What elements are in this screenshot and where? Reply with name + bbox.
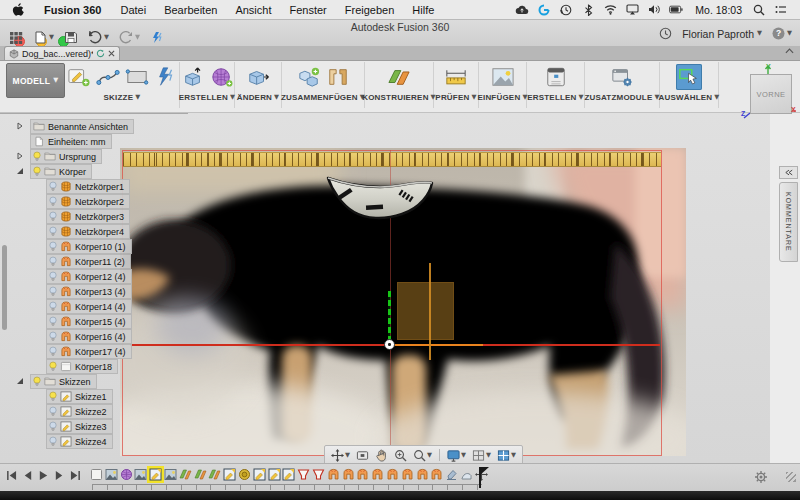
- tree-row-benannte-ansichten[interactable]: Benannte Ansichten: [30, 120, 134, 133]
- job-status-icon[interactable]: [150, 31, 164, 44]
- saddle-model-body[interactable]: [324, 170, 436, 222]
- timeline-canvas-icon[interactable]: [105, 468, 118, 481]
- visibility-bulb-off-icon[interactable]: [49, 241, 57, 252]
- tree-row-körper15-4-[interactable]: Körper15 (4): [46, 315, 132, 328]
- measure-icon[interactable]: [443, 64, 469, 90]
- insert-canvas-icon[interactable]: [490, 64, 516, 90]
- job-history-clock-icon[interactable]: [659, 27, 672, 40]
- step-back-icon[interactable]: [22, 470, 33, 481]
- apple-menu-icon[interactable]: [0, 3, 34, 17]
- spline-icon[interactable]: [95, 64, 121, 90]
- timeline-surface-icon[interactable]: [460, 468, 473, 481]
- menu-freigeben[interactable]: Freigeben: [336, 4, 404, 16]
- menu-bearbeiten[interactable]: Bearbeiten: [155, 4, 226, 16]
- tree-row-körper14-4-[interactable]: Körper14 (4): [46, 300, 132, 313]
- zoom-window-icon[interactable]: [392, 449, 409, 462]
- ribbon-group-label[interactable]: PRÜFEN▼: [435, 93, 476, 102]
- visibility-bulb-on-icon[interactable]: [33, 151, 41, 162]
- visibility-bulb-off-icon[interactable]: [49, 406, 57, 417]
- timeline-boundary-icon[interactable]: [312, 468, 325, 481]
- timeline-revolve-icon[interactable]: [238, 468, 251, 481]
- visibility-bulb-off-icon[interactable]: [49, 271, 57, 282]
- tab-sync-icon[interactable]: [96, 49, 105, 58]
- make-icon[interactable]: [543, 64, 569, 90]
- tree-row-skizze4[interactable]: Skizze4: [46, 435, 113, 448]
- timeline-combine-icon[interactable]: [401, 468, 414, 481]
- tree-row-körper13-4-[interactable]: Körper13 (4): [46, 285, 132, 298]
- comments-collapse-button[interactable]: [779, 166, 798, 179]
- visibility-bulb-off-icon[interactable]: [49, 301, 57, 312]
- ribbon-group-label[interactable]: ZUSAMMENFÜGEN▼: [281, 93, 365, 102]
- timeline-sketch-icon[interactable]: [223, 468, 236, 481]
- viewcube-front-face[interactable]: VORNE: [750, 74, 792, 114]
- tree-row-skizze3[interactable]: Skizze3: [46, 420, 113, 433]
- expander-expanded-icon[interactable]: [16, 167, 24, 175]
- construction-plane-icon[interactable]: [386, 64, 412, 90]
- ribbon-group-label[interactable]: SKIZZE▼: [104, 93, 141, 102]
- file-menu-icon[interactable]: ▼: [33, 31, 54, 44]
- tree-row-körper[interactable]: Körper: [30, 165, 92, 178]
- collapse-toolbar-chevron-icon[interactable]: [785, 48, 794, 54]
- joint-icon[interactable]: [325, 64, 351, 90]
- comments-tab[interactable]: KOMMENTARE: [779, 182, 798, 262]
- zoom-icon[interactable]: ▼: [411, 449, 434, 462]
- go-to-start-icon[interactable]: [6, 470, 17, 481]
- workspace-selector[interactable]: MODELL ▼: [6, 63, 65, 98]
- project-icon[interactable]: [153, 64, 179, 90]
- menu-ansicht[interactable]: Ansicht: [226, 4, 280, 16]
- addins-icon[interactable]: [609, 64, 635, 90]
- rectangle-icon[interactable]: [124, 64, 150, 90]
- ribbon-group-label[interactable]: AUSWÄHLEN▼: [659, 93, 720, 102]
- tree-row-körper12-4-[interactable]: Körper12 (4): [46, 270, 132, 283]
- timeline-canvas-icon[interactable]: [134, 468, 147, 481]
- menu-hilfe[interactable]: Hilfe: [403, 4, 443, 16]
- tree-row-körper18[interactable]: Körper18: [46, 360, 118, 373]
- ribbon-group-label[interactable]: ZUSATZMODULE▼: [584, 93, 659, 102]
- sketch-profile-rect[interactable]: [397, 282, 454, 340]
- visibility-bulb-off-icon[interactable]: [49, 196, 57, 207]
- timeline-combine-icon[interactable]: [430, 468, 443, 481]
- airplay-icon[interactable]: [625, 3, 639, 16]
- timeline-erase-icon[interactable]: [445, 468, 458, 481]
- visibility-bulb-off-icon[interactable]: [49, 181, 57, 192]
- timeline-combine-icon[interactable]: [342, 468, 355, 481]
- timeline-combine-icon[interactable]: [371, 468, 384, 481]
- visibility-bulb-on-icon[interactable]: [49, 391, 57, 402]
- play-icon[interactable]: [38, 470, 49, 481]
- ribbon-group-label[interactable]: KONSTRUIEREN▼: [362, 93, 436, 102]
- tree-row-skizze2[interactable]: Skizze2: [46, 405, 113, 418]
- timeline-combine-icon[interactable]: [386, 468, 399, 481]
- notification-center-icon[interactable]: [774, 3, 788, 16]
- menu-datei[interactable]: Datei: [111, 4, 155, 16]
- select-icon[interactable]: [676, 64, 702, 90]
- tree-row-ursprung[interactable]: Ursprung: [30, 150, 102, 163]
- tree-row-körper10-1-[interactable]: Körper10 (1): [46, 240, 132, 253]
- expander-collapsed-icon[interactable]: [16, 152, 24, 160]
- timeline-sketch-icon[interactable]: [253, 468, 266, 481]
- ribbon-group-label[interactable]: EINFÜGEN▼: [477, 93, 527, 102]
- display-settings-icon[interactable]: ▼: [445, 449, 468, 462]
- tree-row-skizzen[interactable]: Skizzen: [30, 375, 97, 388]
- app-menu-title[interactable]: Fusion 360: [34, 4, 111, 16]
- go-to-end-icon[interactable]: [70, 470, 81, 481]
- help-menu[interactable]: ? ▼: [772, 27, 792, 40]
- browser-scrollbar[interactable]: [2, 245, 7, 330]
- logitech-g-icon[interactable]: [537, 3, 551, 16]
- timeline-sketch-icon[interactable]: [149, 468, 162, 481]
- timeline-mesh-icon[interactable]: [120, 468, 133, 481]
- visibility-bulb-off-icon[interactable]: [49, 436, 57, 447]
- timeline-sketch-icon[interactable]: [268, 468, 281, 481]
- tree-row-skizze1[interactable]: Skizze1: [46, 390, 113, 403]
- step-forward-icon[interactable]: [54, 470, 65, 481]
- tree-row-netzkörper3[interactable]: Netzkörper3: [46, 210, 130, 223]
- origin-point[interactable]: [384, 339, 395, 350]
- visibility-bulb-on-icon[interactable]: [49, 361, 57, 372]
- sketch-line[interactable]: [429, 263, 431, 360]
- timeline-combine-icon[interactable]: [356, 468, 369, 481]
- redo-icon[interactable]: ▼: [119, 31, 140, 44]
- tree-row-netzkörper2[interactable]: Netzkörper2: [46, 195, 130, 208]
- save-icon[interactable]: [64, 31, 78, 44]
- battery-icon[interactable]: [669, 3, 683, 16]
- press-pull-icon[interactable]: [245, 64, 271, 90]
- visibility-bulb-off-icon[interactable]: [49, 256, 57, 267]
